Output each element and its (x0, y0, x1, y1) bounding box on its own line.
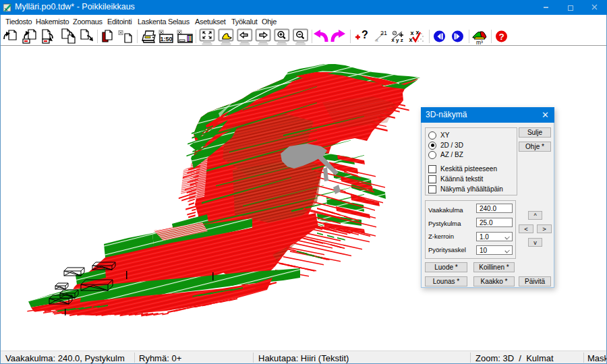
svg-text:21: 21 (380, 30, 387, 36)
svg-text:x: x (376, 38, 378, 42)
svg-text:1:50: 1:50 (160, 36, 172, 42)
svg-text:?: ? (498, 32, 504, 42)
svg-text:x y z: x y z (391, 37, 403, 43)
svg-text:x: x (409, 36, 412, 43)
svg-text:?: ? (362, 29, 368, 40)
svg-text:x: x (410, 30, 413, 36)
